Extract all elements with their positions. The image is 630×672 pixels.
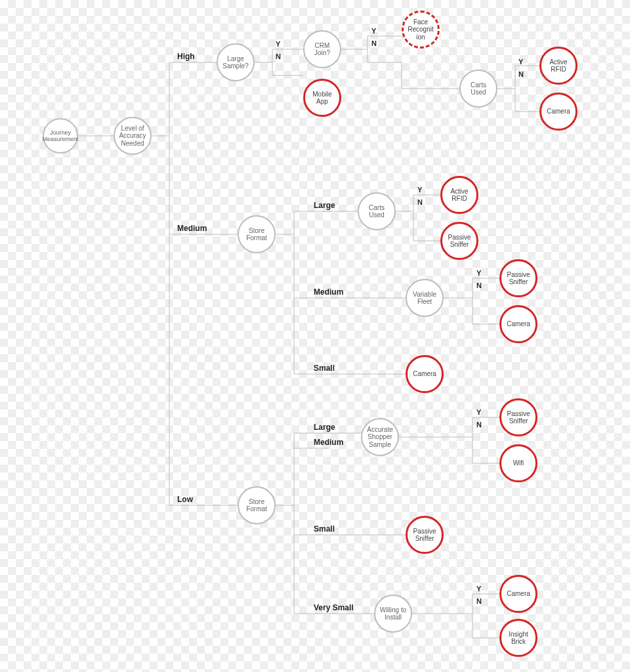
node-label: Active RFID: [445, 188, 474, 203]
branch-medium2: Medium: [314, 287, 343, 297]
branch-medium3: Medium: [314, 438, 343, 447]
node-large-sample: Large Sample?: [217, 43, 255, 81]
node-label: Variable Fleet: [410, 291, 440, 306]
decision-tree: Journey Measurement Level of Accuracy Ne…: [0, 0, 630, 672]
node-label: CRM Join?: [307, 42, 337, 57]
node-label: Store Format: [242, 498, 272, 513]
node-label: Passive Sniffer: [410, 528, 439, 543]
yn-label: N: [276, 52, 281, 60]
node-carts-used-med: Carts Used: [358, 192, 396, 230]
branch-large2: Large: [314, 423, 335, 432]
yn-label: Y: [417, 186, 422, 194]
node-camera-vf: Camera: [499, 305, 537, 343]
node-camera-high: Camera: [539, 93, 578, 131]
branch-large: Large: [314, 201, 335, 210]
yn-label: N: [476, 421, 482, 429]
yn-label: N: [417, 198, 423, 206]
node-label: Camera: [413, 370, 436, 378]
node-label: Face Recognit ion: [406, 18, 435, 41]
node-label: Store Format: [242, 227, 272, 242]
branch-medium: Medium: [177, 224, 207, 233]
node-label: Passive Sniffer: [445, 234, 474, 249]
node-label: Mobile App: [308, 91, 337, 106]
node-camera-small: Camera: [406, 355, 444, 393]
node-passive-sniffer-vf: Passive Sniffer: [499, 259, 537, 297]
branch-small: Small: [314, 364, 335, 373]
node-label: Level of Accuracy Needed: [117, 125, 148, 148]
node-active-rfid-high: Active RFID: [539, 47, 578, 85]
node-label: Passive Sniffer: [504, 271, 533, 286]
node-willing-to-install: Willing to Install: [374, 595, 412, 633]
yn-label: Y: [476, 408, 481, 416]
yn-label: Y: [476, 585, 481, 593]
yn-label: Y: [476, 269, 481, 277]
node-label: Insight Brick: [504, 631, 533, 646]
node-variable-fleet: Variable Fleet: [406, 279, 444, 317]
node-label: Journey Measurement: [43, 129, 79, 143]
node-label: Passive Sniffer: [504, 410, 533, 425]
branch-small2: Small: [314, 524, 335, 534]
node-label: Large Sample?: [220, 55, 251, 70]
node-accuracy-needed: Level of Accuracy Needed: [114, 117, 152, 155]
yn-label: Y: [276, 40, 280, 48]
node-store-format-med: Store Format: [238, 215, 276, 253]
node-label: Willing to Install: [378, 606, 408, 621]
node-face-recognition: Face Recognit ion: [402, 10, 440, 49]
node-carts-used-high: Carts Used: [459, 70, 497, 108]
node-label: Camera: [547, 108, 570, 116]
node-passive-sniffer-med: Passive Sniffer: [440, 222, 478, 260]
node-passive-sniffer-small: Passive Sniffer: [406, 516, 444, 554]
node-label: Carts Used: [362, 204, 392, 219]
node-crm-join: CRM Join?: [303, 30, 341, 68]
node-label: Camera: [507, 320, 530, 328]
node-label: Camera: [507, 590, 530, 598]
node-journey-measurement: Journey Measurement: [43, 118, 78, 154]
node-label: Accurate Shopper Sample: [365, 426, 395, 449]
node-insight-brick: Insight Brick: [499, 619, 537, 657]
node-label: Active RFID: [544, 58, 573, 74]
node-accurate-shopper-sample: Accurate Shopper Sample: [361, 418, 399, 456]
yn-label: N: [476, 597, 482, 605]
node-label: Wifi: [513, 459, 524, 467]
yn-label: Y: [518, 58, 523, 66]
yn-label: N: [518, 70, 524, 78]
node-passive-sniffer-acc: Passive Sniffer: [499, 398, 537, 436]
node-label: Carts Used: [463, 81, 494, 96]
node-store-format-low: Store Format: [238, 486, 276, 524]
yn-label: Y: [371, 27, 376, 35]
node-mobile-app: Mobile App: [303, 79, 341, 117]
branch-high: High: [177, 52, 195, 61]
yn-label: N: [371, 39, 377, 47]
branch-vsmall: Very Small: [314, 603, 354, 612]
node-active-rfid-med: Active RFID: [440, 176, 478, 214]
yn-label: N: [476, 282, 482, 289]
branch-low: Low: [177, 495, 193, 504]
node-wifi: Wifi: [499, 444, 537, 482]
node-camera-vs: Camera: [499, 575, 537, 613]
